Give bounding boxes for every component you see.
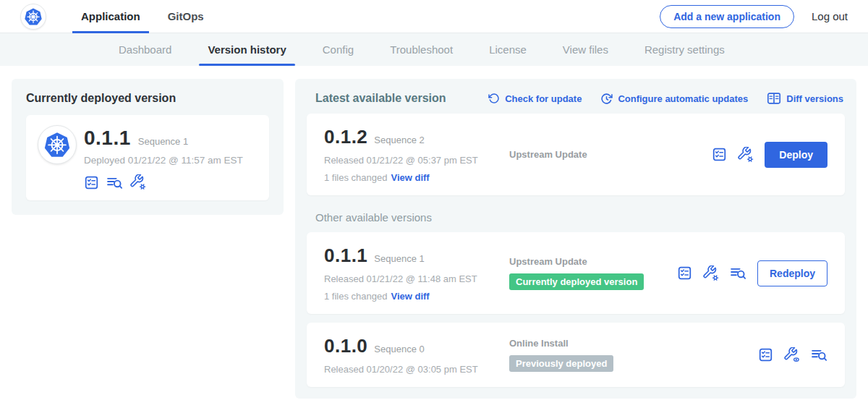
tab-application-label: Application bbox=[81, 10, 140, 22]
subnav-label: View files bbox=[563, 43, 608, 56]
release-notes-icon[interactable] bbox=[811, 347, 827, 362]
diff-versions-link[interactable]: Diff versions bbox=[767, 92, 843, 105]
edit-config-icon[interactable] bbox=[703, 265, 719, 281]
check-for-update-label: Check for update bbox=[505, 93, 582, 104]
preflight-checks-icon[interactable] bbox=[677, 265, 692, 281]
view-diff-link[interactable]: View diff bbox=[391, 172, 429, 183]
sequence-label: Sequence 1 bbox=[374, 253, 424, 264]
currently-deployed-card: Currently deployed version 0.1.1 Sequenc… bbox=[12, 79, 284, 215]
release-notes-icon[interactable] bbox=[730, 265, 746, 281]
previously-deployed-badge: Previously deployed bbox=[509, 355, 613, 372]
version-number: 0.1.1 bbox=[324, 245, 367, 267]
tab-gitops-label: GitOps bbox=[168, 10, 204, 22]
configure-automatic-updates-label: Configure automatic updates bbox=[618, 93, 748, 104]
subnav-item-license[interactable]: License bbox=[479, 33, 537, 66]
redeploy-button[interactable]: Redeploy bbox=[757, 260, 827, 286]
app-subnav: Dashboard Version history Config Trouble… bbox=[0, 33, 868, 66]
diff-icon bbox=[767, 92, 781, 105]
currently-deployed-badge: Currently deployed version bbox=[509, 273, 644, 290]
tab-gitops[interactable]: GitOps bbox=[159, 0, 213, 33]
released-timestamp: Released 01/20/22 @ 03:05 pm EST bbox=[324, 364, 509, 375]
subnav-item-registry-settings[interactable]: Registry settings bbox=[634, 33, 735, 66]
edit-config-icon[interactable] bbox=[130, 174, 146, 190]
subnav-item-view-files[interactable]: View files bbox=[553, 33, 618, 66]
add-application-button[interactable]: Add a new application bbox=[660, 5, 794, 28]
subnav-label: Version history bbox=[208, 43, 286, 56]
subnav-label: Registry settings bbox=[644, 43, 725, 56]
subnav-item-config[interactable]: Config bbox=[312, 33, 364, 66]
preflight-checks-icon[interactable] bbox=[712, 147, 727, 162]
version-number: 0.1.0 bbox=[324, 335, 367, 357]
version-card-0-1-0: 0.1.0 Sequence 0 Released 01/20/22 @ 03:… bbox=[307, 323, 845, 387]
app-logo bbox=[20, 0, 46, 33]
deployed-timestamp: Deployed 01/21/22 @ 11:57 am EST bbox=[84, 155, 243, 166]
check-for-update-link[interactable]: Check for update bbox=[488, 93, 582, 104]
latest-available-heading: Latest available version bbox=[315, 92, 446, 105]
version-card-0-1-1: 0.1.1 Sequence 1 Released 01/21/22 @ 11:… bbox=[307, 232, 845, 314]
top-navbar: Application GitOps Add a new application… bbox=[0, 0, 868, 33]
subnav-label: Config bbox=[323, 43, 354, 56]
subnav-item-troubleshoot[interactable]: Troubleshoot bbox=[380, 33, 463, 66]
currently-deployed-title: Currently deployed version bbox=[26, 92, 269, 105]
kubernetes-app-icon bbox=[38, 125, 77, 164]
logout-button[interactable]: Log out bbox=[812, 10, 848, 22]
version-source-label: Online Install bbox=[509, 338, 751, 349]
subnav-item-dashboard[interactable]: Dashboard bbox=[109, 33, 182, 66]
subnav-label: License bbox=[489, 43, 527, 56]
refresh-icon bbox=[488, 93, 500, 104]
deployed-version-card: 0.1.1 Sequence 1 Deployed 01/21/22 @ 11:… bbox=[26, 115, 269, 200]
version-history-panel: Latest available version Check for updat… bbox=[295, 79, 856, 399]
files-changed-label: 1 files changed bbox=[324, 172, 387, 183]
released-timestamp: Released 01/21/22 @ 11:48 am EST bbox=[324, 273, 509, 284]
version-source-label: Upstream Update bbox=[509, 149, 705, 160]
view-config-icon[interactable] bbox=[784, 347, 800, 363]
version-card-0-1-2: 0.1.2 Sequence 2 Released 01/21/22 @ 05:… bbox=[307, 114, 845, 195]
view-diff-link[interactable]: View diff bbox=[391, 291, 429, 302]
configure-automatic-updates-link[interactable]: Configure automatic updates bbox=[600, 93, 748, 105]
released-timestamp: Released 01/21/22 @ 05:37 pm EST bbox=[324, 155, 509, 166]
edit-config-icon[interactable] bbox=[738, 147, 754, 163]
sequence-label: Sequence 2 bbox=[374, 135, 424, 145]
preflight-checks-icon[interactable] bbox=[758, 347, 773, 362]
deployed-version-number: 0.1.1 bbox=[84, 127, 131, 150]
files-changed-label: 1 files changed bbox=[324, 291, 387, 302]
version-source-label: Upstream Update bbox=[509, 256, 670, 267]
kubernetes-logo-icon bbox=[20, 4, 46, 30]
deployed-sequence-label: Sequence 1 bbox=[138, 136, 188, 147]
subnav-label: Dashboard bbox=[119, 43, 171, 56]
tab-application[interactable]: Application bbox=[72, 0, 149, 33]
subnav-label: Troubleshoot bbox=[390, 43, 453, 56]
clock-refresh-icon bbox=[600, 93, 613, 105]
version-number: 0.1.2 bbox=[324, 126, 367, 148]
deploy-button[interactable]: Deploy bbox=[765, 142, 827, 168]
sequence-label: Sequence 0 bbox=[374, 344, 424, 354]
diff-versions-label: Diff versions bbox=[786, 93, 843, 104]
other-available-heading: Other available versions bbox=[315, 211, 845, 224]
preflight-checks-icon[interactable] bbox=[84, 175, 99, 190]
subnav-item-version-history[interactable]: Version history bbox=[197, 33, 296, 66]
release-notes-icon[interactable] bbox=[106, 175, 123, 190]
